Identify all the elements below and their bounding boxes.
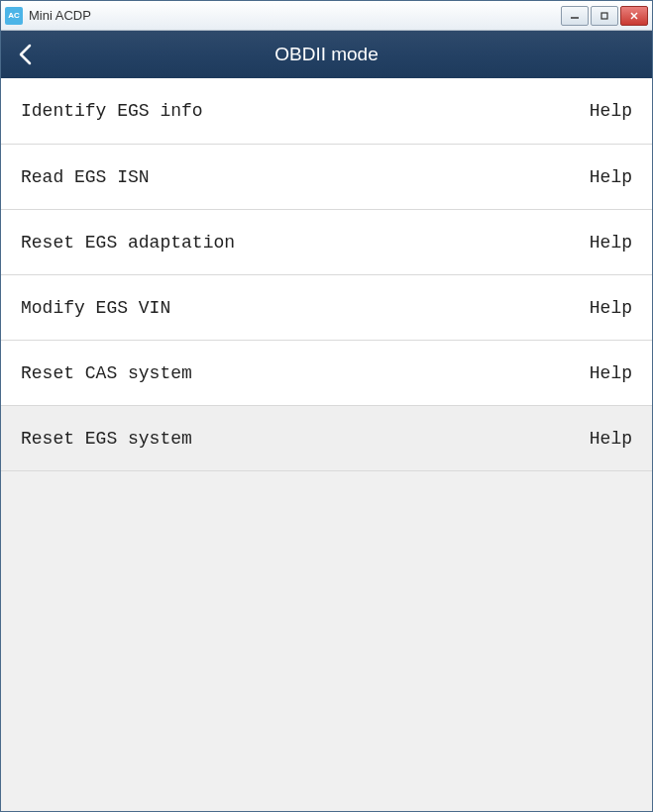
- menu-item-label: Read EGS ISN: [21, 167, 590, 187]
- close-button[interactable]: [620, 6, 648, 26]
- menu-item-label: Reset CAS system: [21, 363, 590, 383]
- menu-item-reset-egs-system[interactable]: Reset EGS system Help: [1, 405, 652, 471]
- app-icon: AC: [5, 7, 23, 25]
- svg-rect-1: [601, 13, 607, 19]
- help-link[interactable]: Help: [590, 167, 632, 187]
- help-link[interactable]: Help: [590, 363, 632, 383]
- close-icon: [629, 11, 639, 21]
- menu-item-identify-egs-info[interactable]: Identify EGS info Help: [1, 78, 652, 145]
- app-window: AC Mini ACDP OBDII mode Identify EGS inf…: [0, 0, 653, 812]
- help-link[interactable]: Help: [590, 101, 632, 121]
- menu-item-reset-cas-system[interactable]: Reset CAS system Help: [1, 340, 652, 406]
- titlebar[interactable]: AC Mini ACDP: [1, 1, 652, 31]
- menu-item-modify-egs-vin[interactable]: Modify EGS VIN Help: [1, 274, 652, 341]
- help-link[interactable]: Help: [590, 298, 632, 318]
- minimize-icon: [570, 11, 580, 21]
- minimize-button[interactable]: [561, 6, 589, 26]
- page-title: OBDII mode: [1, 44, 652, 65]
- help-link[interactable]: Help: [590, 233, 632, 253]
- menu-item-label: Reset EGS adaptation: [21, 233, 590, 253]
- help-link[interactable]: Help: [590, 429, 632, 449]
- page-header: OBDII mode: [1, 31, 652, 78]
- menu-item-reset-egs-adaptation[interactable]: Reset EGS adaptation Help: [1, 209, 652, 275]
- menu-item-label: Modify EGS VIN: [21, 298, 590, 318]
- chevron-left-icon: [18, 44, 32, 65]
- menu-item-label: Identify EGS info: [21, 101, 590, 121]
- back-button[interactable]: [1, 31, 49, 78]
- menu-item-label: Reset EGS system: [21, 429, 590, 449]
- window-title: Mini ACDP: [29, 8, 561, 23]
- menu-list: Identify EGS info Help Read EGS ISN Help…: [1, 78, 652, 811]
- maximize-button[interactable]: [591, 6, 618, 26]
- menu-item-read-egs-isn[interactable]: Read EGS ISN Help: [1, 144, 652, 210]
- window-controls: [561, 6, 648, 26]
- maximize-icon: [599, 11, 609, 21]
